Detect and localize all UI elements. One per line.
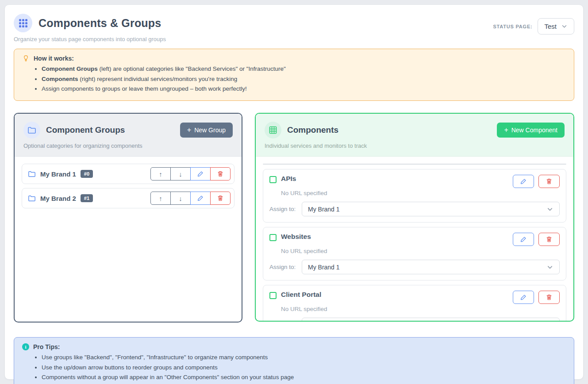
component-name: APIs	[281, 175, 296, 183]
edit-group-button[interactable]	[190, 192, 211, 205]
plus-icon: +	[504, 127, 508, 134]
component-status-checkbox[interactable]	[269, 176, 277, 183]
pencil-icon	[520, 178, 527, 185]
assigned-group-value: My Brand 1	[308, 206, 340, 213]
how-it-works-item: Assign components to groups or leave the…	[42, 84, 566, 94]
status-page-select[interactable]: Test	[538, 18, 574, 35]
pencil-icon	[520, 236, 527, 243]
trash-icon	[546, 178, 553, 185]
pro-tips-item: Use groups like "Backend", "Frontend", "…	[42, 353, 566, 363]
delete-component-button[interactable]	[538, 233, 560, 246]
arrow-up-icon: ↑	[159, 170, 162, 178]
component-card: Client Portal No URL specified Assign to…	[263, 285, 566, 321]
page-card: Components & Groups Organize your status…	[4, 4, 584, 380]
edit-component-button[interactable]	[513, 233, 534, 246]
component-url-status: No URL specified	[281, 306, 560, 312]
assign-group-select[interactable]: My Brand 2	[302, 318, 560, 321]
assign-group-select[interactable]: My Brand 1	[302, 202, 560, 216]
assign-group-select[interactable]: My Brand 1	[302, 260, 560, 274]
edit-group-button[interactable]	[190, 167, 211, 180]
component-name: Client Portal	[281, 291, 321, 299]
how-it-works-list: Component Groups (left) are optional cat…	[22, 64, 566, 94]
plus-icon: +	[187, 127, 191, 134]
group-order-badge: #0	[81, 170, 93, 178]
pro-tips-item: Use the up/down arrow buttons to reorder…	[42, 363, 566, 373]
group-row: My Brand 2 #1 ↑ ↓	[22, 188, 234, 208]
component-status-checkbox[interactable]	[269, 234, 277, 241]
pencil-icon	[520, 294, 527, 301]
arrow-up-icon: ↑	[159, 195, 162, 202]
groups-panel-title: Component Groups	[46, 125, 125, 135]
components-panel: Components + New Component Individual se…	[255, 113, 574, 322]
how-it-works-item: Component Groups (left) are optional cat…	[42, 64, 566, 74]
component-name: Websites	[281, 233, 311, 241]
table-grid-icon	[265, 122, 281, 138]
page-header: Components & Groups Organize your status…	[14, 14, 574, 42]
pencil-icon	[197, 195, 204, 202]
trash-icon	[217, 195, 224, 202]
new-component-button[interactable]: + New Component	[497, 123, 565, 138]
components-panel-subtitle: Individual services and monitors to trac…	[265, 142, 565, 149]
page-subtitle: Organize your status page components int…	[14, 36, 166, 42]
status-page-value: Test	[544, 23, 557, 30]
how-it-works-banner: How it works: Component Groups (left) ar…	[14, 49, 574, 101]
how-it-works-title: How it works:	[34, 55, 74, 62]
component-search	[263, 164, 566, 165]
pencil-icon	[197, 170, 204, 177]
pro-tips-list: Use groups like "Backend", "Frontend", "…	[22, 353, 566, 383]
folder-icon	[28, 170, 36, 178]
page-title: Components & Groups	[38, 17, 161, 30]
trash-icon	[217, 170, 224, 177]
how-it-works-item: Components (right) represent individual …	[42, 74, 566, 84]
assign-to-label: Assign to:	[269, 264, 302, 270]
folder-icon	[23, 122, 40, 138]
lightbulb-icon	[22, 55, 30, 62]
chevron-down-icon	[561, 23, 568, 30]
pro-tips-banner: i Pro Tips: Use groups like "Backend", "…	[14, 337, 574, 384]
trash-icon	[546, 294, 553, 301]
components-grid-icon	[14, 14, 32, 32]
groups-panel-subtitle: Optional categories for organizing compo…	[23, 142, 233, 149]
status-page-label: STATUS PAGE:	[493, 24, 532, 29]
pro-tips-item: Components without a group will appear i…	[42, 372, 566, 383]
group-name: My Brand 1	[40, 170, 76, 178]
component-url-status: No URL specified	[281, 190, 560, 196]
info-icon: i	[22, 343, 29, 350]
move-group-down-button[interactable]: ↓	[170, 167, 191, 180]
components-panel-title: Components	[287, 125, 338, 135]
arrow-down-icon: ↓	[179, 170, 182, 178]
group-row: My Brand 1 #0 ↑ ↓	[22, 164, 234, 184]
chevron-down-icon	[546, 264, 553, 271]
group-list: My Brand 1 #0 ↑ ↓ My Brand 2 #1 ↑	[15, 157, 242, 215]
assign-to-label: Assign to:	[269, 206, 302, 212]
delete-group-button[interactable]	[210, 192, 231, 205]
folder-icon	[28, 195, 36, 202]
edit-component-button[interactable]	[513, 291, 534, 304]
components-body: APIs No URL specified Assign to: My Bran…	[256, 157, 573, 321]
group-order-badge: #1	[81, 194, 93, 202]
delete-component-button[interactable]	[538, 175, 560, 188]
component-card: Websites No URL specified Assign to: My …	[263, 227, 566, 280]
trash-icon	[546, 236, 553, 243]
edit-component-button[interactable]	[513, 175, 534, 188]
component-card: APIs No URL specified Assign to: My Bran…	[263, 169, 566, 223]
component-groups-panel: Component Groups + New Group Optional ca…	[14, 113, 242, 323]
chevron-down-icon	[546, 206, 553, 213]
component-status-checkbox[interactable]	[269, 292, 277, 299]
move-group-up-button[interactable]: ↑	[150, 192, 171, 205]
delete-group-button[interactable]	[210, 167, 231, 180]
group-name: My Brand 2	[40, 195, 76, 202]
arrow-down-icon: ↓	[179, 195, 182, 202]
pro-tips-title: Pro Tips:	[33, 343, 60, 350]
component-url-status: No URL specified	[281, 248, 560, 254]
assigned-group-value: My Brand 1	[308, 264, 340, 271]
move-group-up-button[interactable]: ↑	[150, 167, 171, 180]
move-group-down-button[interactable]: ↓	[170, 192, 191, 205]
new-group-button[interactable]: + New Group	[180, 123, 233, 138]
delete-component-button[interactable]	[538, 291, 560, 304]
